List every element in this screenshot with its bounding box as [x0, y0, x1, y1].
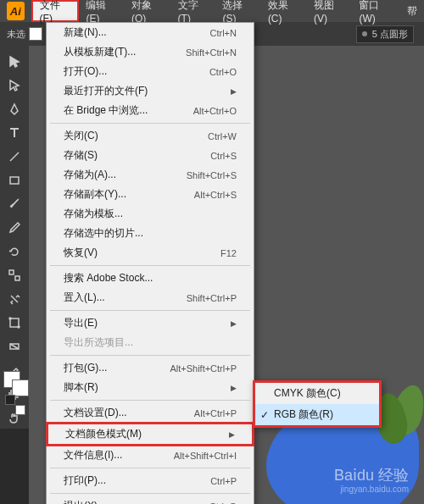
menu-item-27[interactable]: 打印(P)...Ctrl+P — [47, 471, 254, 490]
menu-item-6[interactable]: 关闭(C)Ctrl+W — [47, 126, 254, 146]
pen-tool[interactable] — [3, 98, 26, 120]
line-tool[interactable] — [3, 146, 26, 168]
color-mode-item-1[interactable]: ✓RGB 颜色(R) — [255, 404, 379, 425]
menu-item-label: 存储(S) — [64, 148, 98, 163]
pencil-tool[interactable] — [3, 217, 26, 239]
menu-item-11[interactable]: 存储选中的切片... — [47, 224, 254, 243]
menu-shortcut: Alt+Ctrl+S — [194, 190, 237, 200]
menu-shortcut: Alt+Ctrl+P — [194, 408, 237, 418]
menu-item-label: 恢复(V) — [64, 246, 98, 260]
svg-point-3 — [18, 326, 20, 328]
type-tool[interactable] — [3, 122, 26, 144]
menu-item-label: 存储为(A)... — [64, 168, 116, 182]
menu-item-10[interactable]: 存储为模板... — [47, 204, 254, 224]
brush-label: 5 点圆形 — [372, 28, 408, 41]
menu-shortcut: Ctrl+N — [210, 28, 237, 38]
width-tool[interactable] — [3, 288, 26, 310]
submenu-item-label: RGB 颜色(R) — [274, 407, 333, 422]
menu-item-label: 从模板新建(T)... — [64, 45, 136, 59]
menu-item-14[interactable]: 搜索 Adobe Stock... — [47, 269, 254, 288]
menu-item-label: 文档设置(D)... — [64, 406, 127, 420]
menu-item-7[interactable]: 存储(S)Ctrl+S — [47, 146, 254, 165]
menu-item-15[interactable]: 置入(L)...Shift+Ctrl+P — [47, 288, 254, 307]
menu-item-29[interactable]: 退出(X)Ctrl+Q — [47, 496, 254, 504]
menu-item-23[interactable]: 文档设置(D)...Alt+Ctrl+P — [47, 403, 254, 423]
paintbrush-tool[interactable] — [3, 193, 26, 215]
menu-item-18: 导出所选项目... — [47, 333, 254, 352]
menu-item-9[interactable]: 存储副本(Y)...Alt+Ctrl+S — [47, 185, 254, 204]
menu-item-12[interactable]: 恢复(V)F12 — [47, 243, 254, 263]
menu-item-0[interactable]: 新建(N)...Ctrl+N — [47, 23, 254, 42]
scale-tool[interactable] — [3, 264, 26, 286]
menu-view[interactable]: 视图(V) — [307, 0, 352, 22]
menu-file[interactable]: 文件(F) — [31, 0, 80, 22]
menu-shortcut: Ctrl+S — [210, 151, 237, 161]
menu-item-label: 打包(G)... — [64, 361, 107, 375]
menu-item-label: 退出(X) — [64, 499, 98, 504]
menu-item-4[interactable]: 在 Bridge 中浏览...Alt+Ctrl+O — [47, 101, 254, 120]
watermark-main: Bai̇du 经验 — [334, 468, 409, 485]
menu-effect[interactable]: 效果(C) — [261, 0, 307, 22]
stroke-color[interactable] — [12, 379, 29, 396]
menu-item-label: 文件信息(I)... — [64, 448, 122, 462]
rectangle-tool[interactable] — [3, 169, 26, 191]
menu-separator — [50, 310, 250, 311]
menu-help[interactable]: 帮 — [400, 0, 424, 22]
menu-item-21[interactable]: 脚本(R)▶ — [47, 378, 254, 397]
menu-item-3[interactable]: 最近打开的文件(F)▶ — [47, 81, 254, 101]
svg-point-2 — [9, 318, 11, 319]
color-mode-item-0[interactable]: CMYK 颜色(C) — [255, 383, 379, 404]
menu-item-label: 在 Bridge 中浏览... — [64, 103, 148, 118]
menu-object[interactable]: 对象(O) — [125, 0, 171, 22]
menu-item-20[interactable]: 打包(G)...Alt+Shift+Ctrl+P — [47, 358, 254, 378]
menu-edit[interactable]: 编辑(E) — [79, 0, 124, 22]
menu-item-25[interactable]: 文件信息(I)...Alt+Shift+Ctrl+I — [47, 446, 254, 465]
menu-item-label: 存储选中的切片... — [64, 226, 143, 241]
watermark: Bai̇du 经验 jingyan.baidu.com — [334, 468, 409, 494]
menu-select[interactable]: 选择(S) — [215, 0, 260, 22]
swap-colors[interactable] — [15, 405, 25, 415]
menu-item-label: 搜索 Adobe Stock... — [64, 271, 153, 285]
menu-separator — [50, 468, 250, 468]
color-mode-submenu: CMYK 颜色(C)✓RGB 颜色(R) — [253, 380, 382, 428]
menu-item-label: 关闭(C) — [64, 129, 98, 143]
menu-item-label: 文档颜色模式(M) — [65, 427, 142, 441]
menu-text[interactable]: 文字(T) — [171, 0, 216, 22]
svg-rect-0 — [10, 177, 19, 184]
menu-shortcut: Ctrl+W — [208, 131, 237, 141]
default-colors[interactable] — [5, 395, 15, 405]
direct-selection-tool[interactable] — [3, 75, 26, 97]
menu-separator — [50, 493, 250, 494]
app-logo: Ai — [7, 2, 25, 20]
menu-shortcut: Alt+Shift+Ctrl+P — [170, 363, 237, 374]
menu-item-label: 存储副本(Y)... — [64, 187, 126, 202]
menu-item-label: 置入(L)... — [64, 291, 105, 305]
menu-item-label: 导出(E) — [64, 316, 98, 330]
menu-window[interactable]: 窗口(W) — [352, 0, 400, 22]
menu-item-1[interactable]: 从模板新建(T)...Shift+Ctrl+N — [47, 42, 254, 62]
menu-separator — [50, 265, 250, 266]
submenu-arrow-icon: ▶ — [229, 430, 235, 439]
gradient-tool[interactable] — [3, 335, 26, 357]
menu-item-label: 打开(O)... — [64, 64, 107, 79]
submenu-arrow-icon: ▶ — [231, 384, 237, 392]
menu-shortcut: Ctrl+P — [210, 476, 237, 486]
submenu-arrow-icon: ▶ — [231, 319, 237, 328]
brush-preset[interactable]: 5 点圆形 — [356, 25, 414, 43]
menu-item-2[interactable]: 打开(O)...Ctrl+O — [47, 62, 254, 81]
check-icon: ✓ — [260, 409, 269, 421]
menu-separator — [50, 355, 250, 356]
menu-shortcut: Alt+Ctrl+O — [193, 106, 237, 116]
menu-shortcut: Alt+Shift+Ctrl+I — [174, 451, 237, 461]
watermark-sub: jingyan.baidu.com — [334, 485, 409, 494]
menubar: Ai 文件(F) 编辑(E) 对象(O) 文字(T) 选择(S) 效果(C) 视… — [0, 0, 424, 22]
selection-tool[interactable] — [3, 51, 26, 73]
svg-rect-1 — [10, 318, 19, 327]
menu-item-17[interactable]: 导出(E)▶ — [47, 313, 254, 333]
menu-shortcut: Shift+Ctrl+P — [187, 293, 237, 303]
menu-item-8[interactable]: 存储为(A)...Shift+Ctrl+S — [47, 165, 254, 185]
menu-item-24[interactable]: 文档颜色模式(M)▶ — [46, 422, 254, 446]
rotate-tool[interactable] — [3, 241, 26, 263]
free-transform-tool[interactable] — [3, 312, 26, 334]
fill-swatch[interactable] — [29, 27, 42, 41]
